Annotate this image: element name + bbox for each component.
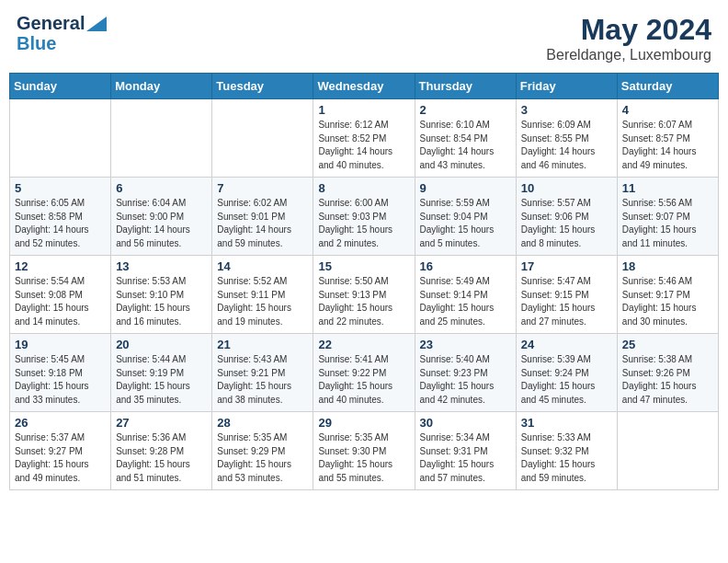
day-info: Sunrise: 6:07 AMSunset: 8:57 PMDaylight:… [622,119,713,172]
day-info: Sunrise: 5:41 AMSunset: 9:22 PMDaylight:… [318,353,409,407]
day-info: Sunrise: 5:49 AMSunset: 9:14 PMDaylight:… [420,275,511,328]
day-cell-10: 10Sunrise: 5:57 AMSunset: 9:06 PMDayligh… [516,178,617,256]
day-info: Sunrise: 6:05 AMSunset: 8:58 PMDaylight:… [15,197,106,250]
day-info: Sunrise: 5:53 AMSunset: 9:10 PMDaylight:… [116,275,207,328]
day-info: Sunrise: 5:34 AMSunset: 9:31 PMDaylight:… [420,431,511,485]
day-cell-23: 23Sunrise: 5:40 AMSunset: 9:23 PMDayligh… [415,334,516,412]
day-cell-17: 17Sunrise: 5:47 AMSunset: 9:15 PMDayligh… [516,256,617,334]
day-number: 5 [15,181,106,195]
day-cell-5: 5Sunrise: 6:05 AMSunset: 8:58 PMDaylight… [10,178,111,256]
day-cell-26: 26Sunrise: 5:37 AMSunset: 9:27 PMDayligh… [10,412,111,490]
day-info: Sunrise: 5:35 AMSunset: 9:30 PMDaylight:… [318,431,409,485]
day-info: Sunrise: 5:47 AMSunset: 9:15 PMDaylight:… [521,275,612,328]
week-row-5: 26Sunrise: 5:37 AMSunset: 9:27 PMDayligh… [10,412,719,490]
day-number: 18 [622,259,713,273]
weekday-header-saturday: Saturday [617,74,718,99]
day-info: Sunrise: 6:04 AMSunset: 9:00 PMDaylight:… [116,197,207,250]
week-row-1: 1Sunrise: 6:12 AMSunset: 8:52 PMDaylight… [10,99,719,178]
day-number: 28 [217,416,308,430]
logo-icon [86,17,107,31]
day-cell-8: 8Sunrise: 6:00 AMSunset: 9:03 PMDaylight… [313,178,415,256]
day-cell-22: 22Sunrise: 5:41 AMSunset: 9:22 PMDayligh… [313,334,415,412]
day-info: Sunrise: 5:45 AMSunset: 9:18 PMDaylight:… [15,353,106,407]
day-cell-14: 14Sunrise: 5:52 AMSunset: 9:11 PMDayligh… [212,256,313,334]
calendar-table: SundayMondayTuesdayWednesdayThursdayFrid… [9,73,719,490]
empty-cell [212,99,313,178]
day-cell-20: 20Sunrise: 5:44 AMSunset: 9:19 PMDayligh… [111,334,212,412]
day-cell-18: 18Sunrise: 5:46 AMSunset: 9:17 PMDayligh… [617,256,718,334]
day-number: 2 [420,103,511,117]
weekday-header-row: SundayMondayTuesdayWednesdayThursdayFrid… [10,74,719,99]
day-number: 26 [15,416,106,430]
logo-general: General [17,13,85,33]
calendar-subtitle: Bereldange, Luxembourg [546,47,711,63]
day-cell-1: 1Sunrise: 6:12 AMSunset: 8:52 PMDaylight… [313,99,415,178]
day-number: 12 [15,259,106,273]
day-cell-15: 15Sunrise: 5:50 AMSunset: 9:13 PMDayligh… [313,256,415,334]
day-number: 20 [116,338,207,351]
day-info: Sunrise: 6:00 AMSunset: 9:03 PMDaylight:… [318,197,409,250]
day-number: 14 [217,259,308,273]
day-info: Sunrise: 6:12 AMSunset: 8:52 PMDaylight:… [318,119,409,172]
day-number: 16 [420,259,511,273]
weekday-header-thursday: Thursday [415,74,516,99]
day-info: Sunrise: 5:59 AMSunset: 9:04 PMDaylight:… [420,197,511,250]
day-cell-3: 3Sunrise: 6:09 AMSunset: 8:55 PMDaylight… [516,99,617,178]
svg-marker-0 [86,17,107,31]
day-number: 19 [15,338,106,351]
day-number: 7 [217,181,308,195]
day-number: 11 [622,181,713,195]
day-info: Sunrise: 5:39 AMSunset: 9:24 PMDaylight:… [521,353,612,407]
day-number: 3 [521,103,612,117]
weekday-header-tuesday: Tuesday [212,74,313,99]
day-info: Sunrise: 5:57 AMSunset: 9:06 PMDaylight:… [521,197,612,250]
day-number: 23 [420,338,511,351]
day-cell-30: 30Sunrise: 5:34 AMSunset: 9:31 PMDayligh… [415,412,516,490]
day-number: 8 [318,181,409,195]
calendar-title: May 2024 [546,13,711,47]
day-info: Sunrise: 5:36 AMSunset: 9:28 PMDaylight:… [116,431,207,485]
day-info: Sunrise: 5:52 AMSunset: 9:11 PMDaylight:… [217,275,308,328]
day-info: Sunrise: 5:35 AMSunset: 9:29 PMDaylight:… [217,431,308,485]
week-row-3: 12Sunrise: 5:54 AMSunset: 9:08 PMDayligh… [10,256,719,334]
title-block: May 2024 Bereldange, Luxembourg [546,13,711,63]
day-number: 22 [318,338,409,351]
day-number: 4 [622,103,713,117]
day-cell-12: 12Sunrise: 5:54 AMSunset: 9:08 PMDayligh… [10,256,111,334]
day-info: Sunrise: 5:50 AMSunset: 9:13 PMDaylight:… [318,275,409,328]
logo: General Blue [17,13,107,53]
day-number: 13 [116,259,207,273]
page-header: General Blue May 2024 Bereldange, Luxemb… [9,9,719,67]
day-number: 6 [116,181,207,195]
day-number: 15 [318,259,409,273]
week-row-4: 19Sunrise: 5:45 AMSunset: 9:18 PMDayligh… [10,334,719,412]
day-cell-24: 24Sunrise: 5:39 AMSunset: 9:24 PMDayligh… [516,334,617,412]
day-info: Sunrise: 5:33 AMSunset: 9:32 PMDaylight:… [521,431,612,485]
day-info: Sunrise: 5:46 AMSunset: 9:17 PMDaylight:… [622,275,713,328]
day-info: Sunrise: 5:54 AMSunset: 9:08 PMDaylight:… [15,275,106,328]
day-cell-11: 11Sunrise: 5:56 AMSunset: 9:07 PMDayligh… [617,178,718,256]
day-cell-2: 2Sunrise: 6:10 AMSunset: 8:54 PMDaylight… [415,99,516,178]
day-number: 9 [420,181,511,195]
day-info: Sunrise: 6:02 AMSunset: 9:01 PMDaylight:… [217,197,308,250]
weekday-header-monday: Monday [111,74,212,99]
day-info: Sunrise: 6:10 AMSunset: 8:54 PMDaylight:… [420,119,511,172]
weekday-header-wednesday: Wednesday [313,74,415,99]
day-info: Sunrise: 5:44 AMSunset: 9:19 PMDaylight:… [116,353,207,407]
day-cell-6: 6Sunrise: 6:04 AMSunset: 9:00 PMDaylight… [111,178,212,256]
day-info: Sunrise: 5:38 AMSunset: 9:26 PMDaylight:… [622,353,713,407]
day-number: 17 [521,259,612,273]
day-number: 24 [521,338,612,351]
day-cell-19: 19Sunrise: 5:45 AMSunset: 9:18 PMDayligh… [10,334,111,412]
weekday-header-sunday: Sunday [10,74,111,99]
day-cell-28: 28Sunrise: 5:35 AMSunset: 9:29 PMDayligh… [212,412,313,490]
day-number: 1 [318,103,409,117]
empty-cell [111,99,212,178]
day-number: 10 [521,181,612,195]
day-cell-29: 29Sunrise: 5:35 AMSunset: 9:30 PMDayligh… [313,412,415,490]
day-info: Sunrise: 5:37 AMSunset: 9:27 PMDaylight:… [15,431,106,485]
day-cell-16: 16Sunrise: 5:49 AMSunset: 9:14 PMDayligh… [415,256,516,334]
day-cell-7: 7Sunrise: 6:02 AMSunset: 9:01 PMDaylight… [212,178,313,256]
day-info: Sunrise: 5:40 AMSunset: 9:23 PMDaylight:… [420,353,511,407]
day-number: 21 [217,338,308,351]
